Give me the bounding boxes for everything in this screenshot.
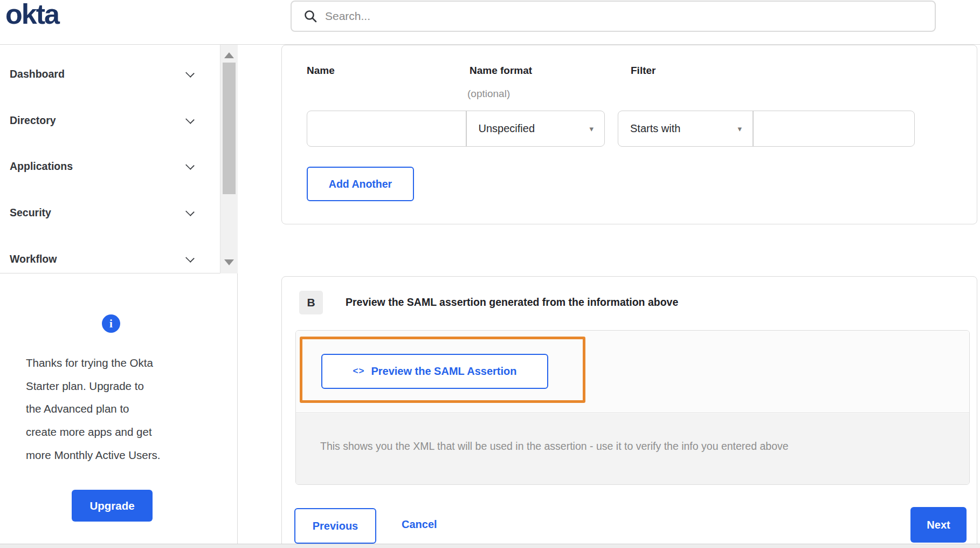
filter-column-label: Filter [631, 65, 655, 77]
previous-button[interactable]: Previous [294, 508, 376, 544]
sidebar-item-workflow[interactable]: Workflow [0, 246, 219, 272]
name-column-label: Name [307, 65, 335, 77]
cancel-link[interactable]: Cancel [402, 518, 437, 531]
dropdown-caret-icon: ▾ [589, 124, 593, 134]
preview-button-label: Preview the SAML Assertion [371, 365, 516, 378]
window-bottom-edge [0, 544, 980, 548]
sidebar-scrollbar[interactable] [220, 45, 238, 273]
preview-assertion-panel: B Preview the SAML assertion generated f… [281, 276, 977, 548]
sidebar-item-applications[interactable]: Applications [0, 153, 219, 179]
name-format-column-label: Name format [470, 65, 532, 77]
name-format-optional-hint: (optional) [467, 88, 510, 100]
sidebar-item-label: Applications [10, 160, 73, 173]
filter-type-select[interactable]: Starts with ▾ [618, 111, 753, 146]
scrollbar-thumb[interactable] [223, 63, 236, 194]
search-icon [303, 9, 318, 23]
sidebar-item-label: Dashboard [10, 68, 65, 80]
sidebar-item-label: Workflow [10, 253, 57, 265]
sidebar-nav: Dashboard Directory Applications Securit… [0, 45, 238, 273]
filter-field-group: Starts with ▾ [618, 111, 915, 147]
preview-description: This shows you the XML that will be used… [320, 440, 789, 453]
trial-notice-line: more Monthly Active Users. [26, 444, 212, 467]
add-another-button[interactable]: Add Another [307, 167, 414, 201]
preview-saml-assertion-button[interactable]: <> Preview the SAML Assertion [321, 354, 548, 389]
next-button[interactable]: Next [910, 507, 967, 543]
name-format-select[interactable]: Unspecified ▾ [467, 111, 605, 146]
step-b-badge: B [299, 291, 323, 314]
chevron-down-icon [185, 207, 195, 216]
chevron-down-icon [185, 68, 195, 78]
sidebar-item-dashboard[interactable]: Dashboard [0, 61, 219, 87]
sidebar-item-directory[interactable]: Directory [0, 107, 219, 133]
name-input[interactable] [307, 111, 466, 146]
chevron-down-icon [185, 254, 195, 263]
search-input[interactable] [325, 2, 935, 31]
sidebar: Dashboard Directory Applications Securit… [0, 45, 238, 548]
name-field-group: Unspecified ▾ [307, 111, 605, 147]
name-format-value: Unspecified [479, 122, 535, 135]
trial-notice-line: Thanks for trying the Okta [26, 352, 212, 375]
dropdown-caret-icon: ▾ [737, 124, 742, 134]
sidebar-item-label: Security [10, 207, 51, 219]
trial-notice: Thanks for trying the Okta Starter plan.… [26, 352, 212, 467]
upgrade-button[interactable]: Upgrade [72, 490, 153, 522]
sidebar-item-security[interactable]: Security [0, 200, 219, 225]
preview-button-area: <> Preview the SAML Assertion [296, 331, 969, 413]
global-search[interactable] [291, 1, 936, 32]
filter-type-value: Starts with [630, 122, 680, 135]
scrollbar-up-arrow-icon[interactable] [224, 52, 234, 58]
preview-section-heading: Preview the SAML assertion generated fro… [346, 296, 678, 309]
okta-logo: okta [5, 0, 59, 30]
trial-notice-line: the Advanced plan to [26, 398, 212, 421]
chevron-down-icon [185, 161, 195, 170]
sidebar-item-label: Directory [10, 114, 56, 127]
attribute-statements-panel: Name Name format (optional) Filter Unspe… [281, 45, 977, 224]
preview-box: <> Preview the SAML Assertion This shows… [295, 330, 970, 485]
info-icon: i [102, 314, 120, 333]
trial-notice-line: Starter plan. Upgrade to [26, 375, 212, 398]
chevron-down-icon [185, 115, 195, 124]
filter-value-input[interactable] [754, 111, 914, 146]
scrollbar-down-arrow-icon[interactable] [224, 259, 234, 265]
code-icon: <> [353, 366, 365, 376]
trial-notice-line: create more apps and get [26, 421, 212, 444]
preview-description-area: This shows you the XML that will be used… [296, 414, 969, 485]
